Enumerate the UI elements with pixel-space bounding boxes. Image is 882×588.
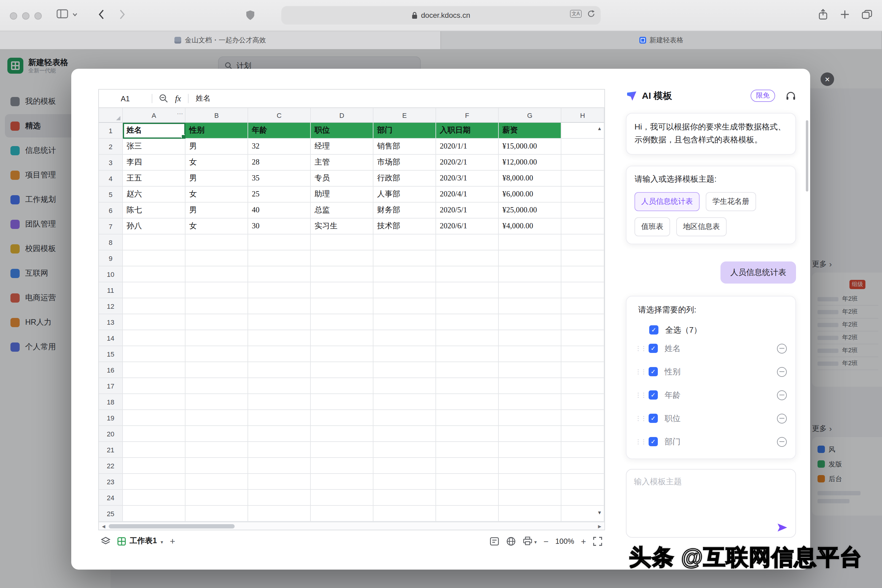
cell-E5[interactable]: 人事部: [373, 187, 436, 202]
row-header-25[interactable]: 25: [99, 506, 123, 522]
column-header-C[interactable]: C: [248, 108, 311, 123]
cell-F25[interactable]: [436, 506, 499, 522]
drag-handle-icon[interactable]: [635, 392, 642, 398]
cell-A12[interactable]: [123, 298, 185, 314]
tab-overview-icon[interactable]: [862, 10, 872, 19]
cell-H12[interactable]: [561, 298, 604, 314]
template-topic-chip[interactable]: 学生花名册: [706, 192, 756, 211]
cell-C25[interactable]: [248, 506, 311, 522]
sidebar-toggle-icon[interactable]: [57, 9, 68, 18]
cell-E8[interactable]: [373, 234, 436, 250]
cell-B20[interactable]: [185, 426, 248, 442]
cell-C16[interactable]: [248, 362, 311, 378]
cell-H21[interactable]: [561, 442, 604, 458]
cell-D13[interactable]: [311, 314, 373, 330]
cell-G24[interactable]: [499, 490, 561, 506]
close-icon[interactable]: [820, 72, 834, 86]
cell-G16[interactable]: [499, 362, 561, 378]
column-header-B[interactable]: B: [185, 108, 248, 123]
drag-handle-icon[interactable]: [635, 438, 642, 445]
row-header-7[interactable]: 7: [99, 219, 123, 234]
cell-B19[interactable]: [185, 410, 248, 426]
cell-F21[interactable]: [436, 442, 499, 458]
cell-E1[interactable]: 部门: [373, 123, 436, 139]
cell-A2[interactable]: 张三: [123, 139, 185, 154]
cell-G2[interactable]: ¥15,000.00: [499, 139, 561, 154]
back-icon[interactable]: [98, 9, 104, 20]
row-header-13[interactable]: 13: [99, 314, 123, 330]
cell-F23[interactable]: [436, 474, 499, 490]
cell-B8[interactable]: [185, 234, 248, 250]
cell-H14[interactable]: [561, 330, 604, 346]
cell-A14[interactable]: [123, 330, 185, 346]
cell-G22[interactable]: [499, 458, 561, 474]
cell-B6[interactable]: 男: [185, 202, 248, 219]
cell-E23[interactable]: [373, 474, 436, 490]
cell-A22[interactable]: [123, 458, 185, 474]
cell-C12[interactable]: [248, 298, 311, 314]
cell-C20[interactable]: [248, 426, 311, 442]
cell-C14[interactable]: [248, 330, 311, 346]
headphones-icon[interactable]: [786, 91, 796, 100]
browser-tab-right[interactable]: 新建轻表格: [441, 31, 882, 49]
cell-F8[interactable]: [436, 234, 499, 250]
cell-F12[interactable]: [436, 298, 499, 314]
cell-F7[interactable]: 2020/6/1: [436, 219, 499, 234]
template-topic-chip[interactable]: 地区信息表: [676, 217, 727, 236]
column-header-H[interactable]: H: [561, 108, 604, 123]
cell-A1[interactable]: 姓名: [123, 123, 185, 139]
cell-E13[interactable]: [373, 314, 436, 330]
cell-G1[interactable]: 薪资: [499, 123, 561, 139]
cell-D20[interactable]: [311, 426, 373, 442]
cell-D24[interactable]: [311, 490, 373, 506]
cell-C17[interactable]: [248, 378, 311, 394]
cell-G3[interactable]: ¥12,000.00: [499, 154, 561, 171]
cell-E20[interactable]: [373, 426, 436, 442]
panel-scrollbar[interactable]: [806, 120, 808, 192]
cell-H3[interactable]: [561, 154, 604, 171]
cell-H5[interactable]: [561, 187, 604, 202]
cell-G19[interactable]: [499, 410, 561, 426]
cell-A13[interactable]: [123, 314, 185, 330]
cell-C3[interactable]: 28: [248, 154, 311, 171]
add-sheet-button[interactable]: [170, 536, 175, 546]
zoom-window-button[interactable]: [35, 12, 42, 20]
cell-F6[interactable]: 2020/5/1: [436, 202, 499, 219]
cell-G6[interactable]: ¥25,000.00: [499, 202, 561, 219]
scroll-right-icon[interactable]: [598, 524, 601, 529]
cell-A23[interactable]: [123, 474, 185, 490]
row-header-2[interactable]: 2: [99, 139, 123, 154]
cell-F20[interactable]: [436, 426, 499, 442]
cell-A24[interactable]: [123, 490, 185, 506]
cell-G20[interactable]: [499, 426, 561, 442]
cell-B10[interactable]: [185, 266, 248, 282]
cell-B17[interactable]: [185, 378, 248, 394]
cell-D15[interactable]: [311, 346, 373, 362]
formula-input[interactable]: 姓名: [196, 93, 211, 104]
cell-E6[interactable]: 财务部: [373, 202, 436, 219]
cell-G17[interactable]: [499, 378, 561, 394]
form-icon[interactable]: [490, 536, 499, 546]
cell-D23[interactable]: [311, 474, 373, 490]
remove-column-icon[interactable]: [777, 413, 787, 423]
cell-B22[interactable]: [185, 458, 248, 474]
column-checkbox[interactable]: [649, 367, 658, 376]
sheet-tab[interactable]: 工作表1: [117, 536, 163, 546]
row-header-24[interactable]: 24: [99, 490, 123, 506]
cell-B5[interactable]: 女: [185, 187, 248, 202]
prompt-input[interactable]: [634, 476, 788, 520]
cell-D17[interactable]: [311, 378, 373, 394]
zoom-level[interactable]: 100%: [555, 537, 574, 545]
cell-B11[interactable]: [185, 282, 248, 298]
cell-D9[interactable]: [311, 250, 373, 266]
select-all-checkbox[interactable]: [649, 325, 658, 334]
cell-C21[interactable]: [248, 442, 311, 458]
cell-H23[interactable]: [561, 474, 604, 490]
cell-B24[interactable]: [185, 490, 248, 506]
cell-H22[interactable]: [561, 458, 604, 474]
cell-E16[interactable]: [373, 362, 436, 378]
cell-E18[interactable]: [373, 394, 436, 410]
cell-B3[interactable]: 女: [185, 154, 248, 171]
cell-A15[interactable]: [123, 346, 185, 362]
row-header-17[interactable]: 17: [99, 378, 123, 394]
